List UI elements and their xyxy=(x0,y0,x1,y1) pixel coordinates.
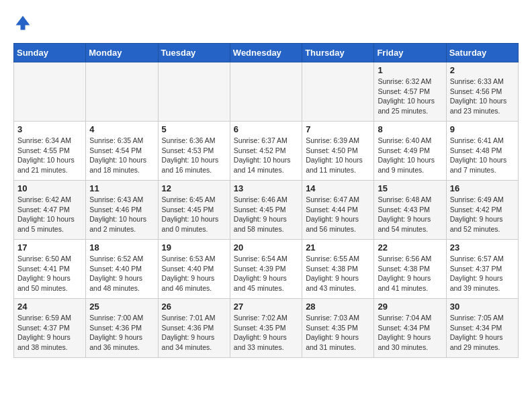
week-row-3: 10Sunrise: 6:42 AM Sunset: 4:47 PM Dayli… xyxy=(14,181,519,240)
header-cell-sunday: Sunday xyxy=(14,44,86,62)
day-cell: 1Sunrise: 6:32 AM Sunset: 4:57 PM Daylig… xyxy=(374,62,446,122)
day-number: 16 xyxy=(450,183,515,193)
week-row-4: 17Sunrise: 6:50 AM Sunset: 4:41 PM Dayli… xyxy=(14,240,519,299)
day-cell: 9Sunrise: 6:41 AM Sunset: 4:48 PM Daylig… xyxy=(446,122,518,181)
header-cell-friday: Friday xyxy=(374,44,446,62)
day-info: Sunrise: 6:40 AM Sunset: 4:49 PM Dayligh… xyxy=(378,136,442,175)
day-info: Sunrise: 6:48 AM Sunset: 4:43 PM Dayligh… xyxy=(378,195,442,234)
header-row: SundayMondayTuesdayWednesdayThursdayFrid… xyxy=(14,44,519,62)
day-cell: 7Sunrise: 6:39 AM Sunset: 4:50 PM Daylig… xyxy=(302,122,374,181)
day-number: 17 xyxy=(17,242,82,253)
day-cell xyxy=(158,62,230,122)
day-number: 24 xyxy=(17,302,82,312)
day-number: 23 xyxy=(450,242,515,253)
calendar-header: SundayMondayTuesdayWednesdayThursdayFrid… xyxy=(14,44,519,62)
day-number: 14 xyxy=(306,183,370,193)
day-cell: 12Sunrise: 6:45 AM Sunset: 4:45 PM Dayli… xyxy=(158,181,230,240)
day-info: Sunrise: 7:00 AM Sunset: 4:36 PM Dayligh… xyxy=(89,313,154,353)
week-row-2: 3Sunrise: 6:34 AM Sunset: 4:55 PM Daylig… xyxy=(14,122,519,181)
day-cell: 14Sunrise: 6:47 AM Sunset: 4:44 PM Dayli… xyxy=(302,181,374,240)
logo xyxy=(13,13,35,32)
day-number: 25 xyxy=(89,302,154,312)
day-info: Sunrise: 6:37 AM Sunset: 4:52 PM Dayligh… xyxy=(234,136,298,175)
day-info: Sunrise: 6:46 AM Sunset: 4:45 PM Dayligh… xyxy=(234,195,298,234)
day-cell: 17Sunrise: 6:50 AM Sunset: 4:41 PM Dayli… xyxy=(14,240,86,299)
day-info: Sunrise: 6:50 AM Sunset: 4:41 PM Dayligh… xyxy=(17,254,82,293)
day-number: 3 xyxy=(17,124,82,134)
day-number: 29 xyxy=(378,302,442,312)
day-info: Sunrise: 7:03 AM Sunset: 4:35 PM Dayligh… xyxy=(306,313,370,353)
day-info: Sunrise: 6:53 AM Sunset: 4:40 PM Dayligh… xyxy=(162,254,226,293)
day-cell xyxy=(14,62,86,122)
day-cell: 26Sunrise: 7:01 AM Sunset: 4:36 PM Dayli… xyxy=(158,299,230,358)
day-cell: 28Sunrise: 7:03 AM Sunset: 4:35 PM Dayli… xyxy=(302,299,374,358)
day-number: 10 xyxy=(17,183,82,193)
day-info: Sunrise: 6:57 AM Sunset: 4:37 PM Dayligh… xyxy=(450,254,515,293)
day-number: 8 xyxy=(378,124,442,134)
day-info: Sunrise: 7:02 AM Sunset: 4:35 PM Dayligh… xyxy=(234,313,298,353)
day-info: Sunrise: 6:45 AM Sunset: 4:45 PM Dayligh… xyxy=(162,195,226,234)
day-cell: 23Sunrise: 6:57 AM Sunset: 4:37 PM Dayli… xyxy=(446,240,518,299)
day-info: Sunrise: 6:34 AM Sunset: 4:55 PM Dayligh… xyxy=(17,136,82,175)
day-cell: 6Sunrise: 6:37 AM Sunset: 4:52 PM Daylig… xyxy=(230,122,302,181)
day-info: Sunrise: 6:54 AM Sunset: 4:39 PM Dayligh… xyxy=(234,254,298,293)
week-row-1: 1Sunrise: 6:32 AM Sunset: 4:57 PM Daylig… xyxy=(14,62,519,122)
day-cell: 11Sunrise: 6:43 AM Sunset: 4:46 PM Dayli… xyxy=(86,181,158,240)
calendar-table: SundayMondayTuesdayWednesdayThursdayFrid… xyxy=(13,43,519,358)
day-number: 7 xyxy=(306,124,370,134)
day-number: 2 xyxy=(450,65,515,75)
header-cell-thursday: Thursday xyxy=(302,44,374,62)
day-info: Sunrise: 7:04 AM Sunset: 4:34 PM Dayligh… xyxy=(378,313,442,353)
calendar-body: 1Sunrise: 6:32 AM Sunset: 4:57 PM Daylig… xyxy=(14,62,519,358)
day-number: 27 xyxy=(234,302,298,312)
day-number: 15 xyxy=(378,183,442,193)
day-number: 12 xyxy=(162,183,226,193)
day-info: Sunrise: 6:41 AM Sunset: 4:48 PM Dayligh… xyxy=(450,136,515,175)
day-cell: 13Sunrise: 6:46 AM Sunset: 4:45 PM Dayli… xyxy=(230,181,302,240)
day-number: 6 xyxy=(234,124,298,134)
day-number: 26 xyxy=(162,302,226,312)
day-cell: 29Sunrise: 7:04 AM Sunset: 4:34 PM Dayli… xyxy=(374,299,446,358)
day-info: Sunrise: 6:35 AM Sunset: 4:54 PM Dayligh… xyxy=(89,136,154,175)
day-cell: 4Sunrise: 6:35 AM Sunset: 4:54 PM Daylig… xyxy=(86,122,158,181)
day-number: 5 xyxy=(162,124,226,134)
svg-marker-0 xyxy=(16,16,30,30)
day-info: Sunrise: 6:47 AM Sunset: 4:44 PM Dayligh… xyxy=(306,195,370,234)
day-cell: 27Sunrise: 7:02 AM Sunset: 4:35 PM Dayli… xyxy=(230,299,302,358)
header-cell-saturday: Saturday xyxy=(446,44,518,62)
day-info: Sunrise: 6:49 AM Sunset: 4:42 PM Dayligh… xyxy=(450,195,515,234)
day-cell: 2Sunrise: 6:33 AM Sunset: 4:56 PM Daylig… xyxy=(446,62,518,122)
day-cell xyxy=(302,62,374,122)
day-cell: 5Sunrise: 6:36 AM Sunset: 4:53 PM Daylig… xyxy=(158,122,230,181)
day-number: 4 xyxy=(89,124,154,134)
day-cell: 3Sunrise: 6:34 AM Sunset: 4:55 PM Daylig… xyxy=(14,122,86,181)
day-number: 11 xyxy=(89,183,154,193)
day-cell: 10Sunrise: 6:42 AM Sunset: 4:47 PM Dayli… xyxy=(14,181,86,240)
day-cell: 15Sunrise: 6:48 AM Sunset: 4:43 PM Dayli… xyxy=(374,181,446,240)
day-cell: 16Sunrise: 6:49 AM Sunset: 4:42 PM Dayli… xyxy=(446,181,518,240)
day-info: Sunrise: 6:55 AM Sunset: 4:38 PM Dayligh… xyxy=(306,254,370,293)
day-cell: 24Sunrise: 6:59 AM Sunset: 4:37 PM Dayli… xyxy=(14,299,86,358)
day-info: Sunrise: 6:36 AM Sunset: 4:53 PM Dayligh… xyxy=(162,136,226,175)
logo-icon xyxy=(13,13,32,32)
day-info: Sunrise: 6:32 AM Sunset: 4:57 PM Dayligh… xyxy=(378,77,442,116)
page-header xyxy=(13,13,519,32)
day-number: 13 xyxy=(234,183,298,193)
day-cell: 8Sunrise: 6:40 AM Sunset: 4:49 PM Daylig… xyxy=(374,122,446,181)
header-cell-wednesday: Wednesday xyxy=(230,44,302,62)
day-info: Sunrise: 6:39 AM Sunset: 4:50 PM Dayligh… xyxy=(306,136,370,175)
day-number: 30 xyxy=(450,302,515,312)
header-cell-monday: Monday xyxy=(86,44,158,62)
day-info: Sunrise: 6:33 AM Sunset: 4:56 PM Dayligh… xyxy=(450,77,515,116)
day-info: Sunrise: 6:56 AM Sunset: 4:38 PM Dayligh… xyxy=(378,254,442,293)
day-number: 20 xyxy=(234,242,298,253)
day-cell: 20Sunrise: 6:54 AM Sunset: 4:39 PM Dayli… xyxy=(230,240,302,299)
day-cell: 19Sunrise: 6:53 AM Sunset: 4:40 PM Dayli… xyxy=(158,240,230,299)
week-row-5: 24Sunrise: 6:59 AM Sunset: 4:37 PM Dayli… xyxy=(14,299,519,358)
day-number: 22 xyxy=(378,242,442,253)
day-number: 19 xyxy=(162,242,226,253)
day-info: Sunrise: 7:05 AM Sunset: 4:34 PM Dayligh… xyxy=(450,313,515,353)
day-cell xyxy=(86,62,158,122)
day-number: 28 xyxy=(306,302,370,312)
header-cell-tuesday: Tuesday xyxy=(158,44,230,62)
